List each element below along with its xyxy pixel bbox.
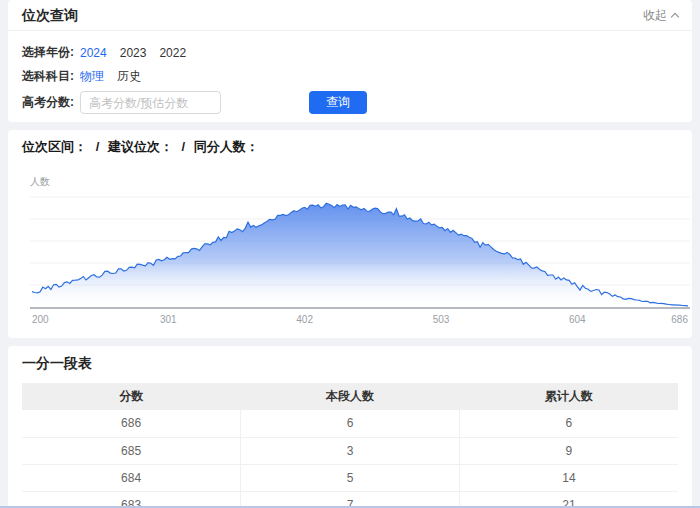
score-label: 高考分数: — [22, 94, 80, 111]
cell-segment-count: 5 — [241, 464, 460, 491]
result-panel: 位次区间： / 建议位次： / 同分人数： 人数 "/>200301402503… — [8, 130, 692, 338]
x-axis-tick: 604 — [569, 314, 586, 325]
header-cumulative-count: 累计人数 — [459, 383, 678, 410]
query-panel: 位次查询 收起 选择年份: 2024 2023 2022 选科科目: 物理 历史… — [8, 0, 692, 122]
table-row: 686 6 6 — [22, 410, 678, 437]
subject-label: 选科科目: — [22, 68, 80, 85]
x-axis-tick: 503 — [433, 314, 450, 325]
segment-table-title: 一分一段表 — [22, 355, 678, 373]
year-label: 选择年份: — [22, 44, 80, 61]
collapse-label: 收起 — [643, 7, 667, 24]
summary-separator: / — [96, 139, 100, 154]
cell-cumulative-count: 9 — [459, 437, 678, 464]
rank-summary: 位次区间： / 建议位次： / 同分人数： — [22, 139, 678, 155]
summary-separator: / — [182, 139, 186, 154]
chevron-up-icon — [671, 13, 679, 21]
x-axis-tick: 686 — [671, 314, 688, 325]
year-option-2022[interactable]: 2022 — [159, 46, 186, 60]
header-score: 分数 — [22, 383, 241, 410]
subject-option-physics[interactable]: 物理 — [80, 68, 104, 85]
segment-table-panel: 一分一段表 分数 本段人数 累计人数 686 6 6 685 3 9 684 5 — [8, 346, 692, 508]
table-header-row: 分数 本段人数 累计人数 — [22, 383, 678, 410]
cell-score: 686 — [22, 410, 241, 437]
table-row: 685 3 9 — [22, 437, 678, 464]
query-button[interactable]: 查询 — [309, 91, 367, 114]
suggested-rank-label: 建议位次： — [108, 139, 173, 154]
header-segment-count: 本段人数 — [241, 383, 460, 410]
subject-option-history[interactable]: 历史 — [117, 68, 141, 85]
year-option-2023[interactable]: 2023 — [120, 46, 147, 60]
score-row: 高考分数: 查询 — [22, 91, 678, 114]
chart-y-axis-label: 人数 — [30, 175, 678, 189]
distribution-area-chart[interactable]: "/>200301402503604686 — [30, 192, 690, 332]
same-score-count-label: 同分人数： — [194, 139, 259, 154]
query-panel-header: 位次查询 收起 — [8, 0, 692, 31]
x-axis-tick: 301 — [160, 314, 177, 325]
cell-cumulative-count: 6 — [459, 410, 678, 437]
cell-score: 684 — [22, 464, 241, 491]
score-input[interactable] — [80, 91, 221, 114]
rank-range-label: 位次区间： — [22, 139, 87, 154]
table-row: 684 5 14 — [22, 464, 678, 491]
cell-score: 685 — [22, 437, 241, 464]
query-form: 选择年份: 2024 2023 2022 选科科目: 物理 历史 高考分数: 查… — [8, 31, 692, 122]
score-distribution-chart[interactable]: 人数 "/>200301402503604686 — [22, 175, 678, 332]
collapse-button[interactable]: 收起 — [643, 7, 678, 24]
cell-cumulative-count: 14 — [459, 464, 678, 491]
x-axis-tick: 200 — [32, 314, 49, 325]
segment-table: 分数 本段人数 累计人数 686 6 6 685 3 9 684 5 14 — [22, 383, 678, 508]
cell-segment-count: 6 — [241, 410, 460, 437]
subject-row: 选科科目: 物理 历史 — [22, 68, 678, 85]
x-axis-tick: 402 — [296, 314, 313, 325]
year-option-2024[interactable]: 2024 — [80, 46, 107, 60]
cell-segment-count: 3 — [241, 437, 460, 464]
page-title: 位次查询 — [22, 8, 78, 23]
year-row: 选择年份: 2024 2023 2022 — [22, 44, 678, 61]
